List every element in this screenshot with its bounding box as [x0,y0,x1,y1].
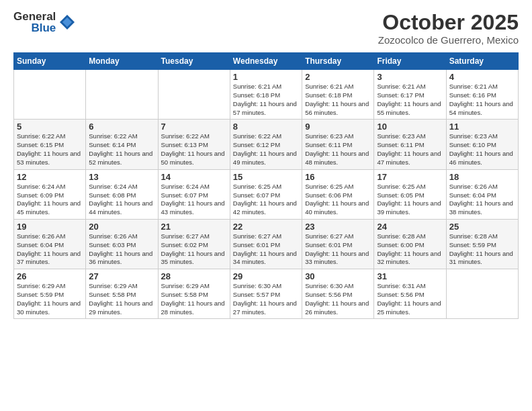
cell-sunset: Sunset: 6:04 PM [449,191,515,200]
col-thursday: Thursday [302,53,374,70]
cell-day-number: 19 [17,222,83,232]
cell-daylight: Daylight: 11 hours and 33 minutes. [305,250,371,267]
cell-sunrise: Sunrise: 6:23 AM [377,132,443,141]
table-row [446,269,518,319]
calendar-week-row: 1 Sunrise: 6:21 AM Sunset: 6:18 PM Dayli… [14,70,519,120]
cell-sunrise: Sunrise: 6:22 AM [161,132,227,141]
table-row: 8 Sunrise: 6:22 AM Sunset: 6:12 PM Dayli… [230,120,302,169]
cell-daylight: Daylight: 11 hours and 37 minutes. [17,250,83,267]
cell-sunset: Sunset: 6:08 PM [89,191,154,200]
table-row: 15 Sunrise: 6:25 AM Sunset: 6:07 PM Dayl… [230,169,302,219]
calendar-header-row: Sunday Monday Tuesday Wednesday Thursday… [14,53,519,70]
calendar-week-row: 26 Sunrise: 6:29 AM Sunset: 5:59 PM Dayl… [14,269,519,319]
cell-day-number: 21 [161,222,227,232]
calendar-week-row: 12 Sunrise: 6:24 AM Sunset: 6:09 PM Dayl… [14,169,519,219]
cell-daylight: Daylight: 11 hours and 39 minutes. [377,199,443,217]
table-row [86,70,158,120]
cell-sunset: Sunset: 5:58 PM [89,291,154,300]
cell-sunrise: Sunrise: 6:21 AM [377,83,443,91]
cell-sunrise: Sunrise: 6:28 AM [377,232,443,241]
col-sunday: Sunday [14,53,86,70]
cell-day-number: 23 [305,222,371,232]
col-friday: Friday [374,53,446,70]
col-saturday: Saturday [446,53,518,70]
cell-daylight: Daylight: 11 hours and 46 minutes. [449,150,515,167]
cell-sunrise: Sunrise: 6:26 AM [17,232,83,241]
cell-sunset: Sunset: 6:18 PM [305,91,371,100]
cell-day-number: 20 [89,222,154,232]
calendar-subtitle: Zozocolco de Guerrero, Mexico [378,34,519,46]
col-tuesday: Tuesday [158,53,230,70]
cell-day-number: 22 [233,222,299,232]
cell-sunset: Sunset: 6:01 PM [233,241,299,250]
cell-sunset: Sunset: 5:57 PM [233,291,299,300]
cell-day-number: 18 [449,172,515,182]
cell-day-number: 4 [449,72,515,82]
col-monday: Monday [86,53,158,70]
cell-sunrise: Sunrise: 6:29 AM [17,282,83,291]
calendar-week-row: 19 Sunrise: 6:26 AM Sunset: 6:04 PM Dayl… [14,219,519,269]
cell-sunset: Sunset: 5:58 PM [161,291,227,300]
cell-sunset: Sunset: 6:09 PM [17,191,83,200]
table-row: 14 Sunrise: 6:24 AM Sunset: 6:07 PM Dayl… [158,169,230,219]
table-row: 3 Sunrise: 6:21 AM Sunset: 6:17 PM Dayli… [374,70,446,120]
table-row: 12 Sunrise: 6:24 AM Sunset: 6:09 PM Dayl… [14,169,86,219]
cell-sunrise: Sunrise: 6:27 AM [233,232,299,241]
table-row: 11 Sunrise: 6:23 AM Sunset: 6:10 PM Dayl… [446,120,518,169]
cell-daylight: Daylight: 11 hours and 57 minutes. [233,100,299,118]
cell-daylight: Daylight: 11 hours and 29 minutes. [89,300,154,317]
table-row: 19 Sunrise: 6:26 AM Sunset: 6:04 PM Dayl… [14,219,86,269]
cell-sunrise: Sunrise: 6:26 AM [89,232,154,241]
table-row: 7 Sunrise: 6:22 AM Sunset: 6:13 PM Dayli… [158,120,230,169]
logo-general: General [13,11,56,22]
cell-sunset: Sunset: 6:13 PM [161,141,227,150]
logo-blue: Blue [31,22,56,34]
cell-day-number: 24 [377,222,443,232]
cell-sunset: Sunset: 6:11 PM [305,141,371,150]
table-row: 2 Sunrise: 6:21 AM Sunset: 6:18 PM Dayli… [302,70,374,120]
cell-sunset: Sunset: 6:07 PM [233,191,299,200]
cell-day-number: 16 [305,172,371,182]
cell-sunset: Sunset: 6:15 PM [17,141,83,150]
cell-sunset: Sunset: 5:56 PM [305,291,371,300]
cell-sunset: Sunset: 6:14 PM [89,141,154,150]
cell-day-number: 14 [161,172,227,182]
title-block: October 2025 Zozocolco de Guerrero, Mexi… [378,11,519,46]
cell-day-number: 11 [449,122,515,132]
cell-sunrise: Sunrise: 6:25 AM [305,183,371,191]
cell-day-number: 31 [377,271,443,281]
table-row [14,70,86,120]
table-row: 17 Sunrise: 6:25 AM Sunset: 6:05 PM Dayl… [374,169,446,219]
table-row: 18 Sunrise: 6:26 AM Sunset: 6:04 PM Dayl… [446,169,518,219]
cell-day-number: 10 [377,122,443,132]
calendar-week-row: 5 Sunrise: 6:22 AM Sunset: 6:15 PM Dayli… [14,120,519,169]
table-row: 26 Sunrise: 6:29 AM Sunset: 5:59 PM Dayl… [14,269,86,319]
cell-sunrise: Sunrise: 6:27 AM [305,232,371,241]
cell-daylight: Daylight: 11 hours and 27 minutes. [233,300,299,317]
cell-sunset: Sunset: 6:07 PM [161,191,227,200]
cell-daylight: Daylight: 11 hours and 26 minutes. [305,300,371,317]
cell-daylight: Daylight: 11 hours and 55 minutes. [377,100,443,118]
cell-sunset: Sunset: 6:17 PM [377,91,443,100]
cell-daylight: Daylight: 11 hours and 28 minutes. [161,300,227,317]
cell-sunrise: Sunrise: 6:21 AM [233,83,299,91]
cell-day-number: 2 [305,72,371,82]
cell-sunrise: Sunrise: 6:29 AM [89,282,154,291]
cell-sunrise: Sunrise: 6:30 AM [305,282,371,291]
cell-daylight: Daylight: 11 hours and 49 minutes. [233,150,299,167]
cell-sunrise: Sunrise: 6:25 AM [233,183,299,191]
cell-sunset: Sunset: 5:59 PM [17,291,83,300]
col-wednesday: Wednesday [230,53,302,70]
cell-sunrise: Sunrise: 6:24 AM [161,183,227,191]
cell-daylight: Daylight: 11 hours and 35 minutes. [161,250,227,267]
cell-day-number: 26 [17,271,83,281]
cell-sunrise: Sunrise: 6:21 AM [449,83,515,91]
cell-daylight: Daylight: 11 hours and 54 minutes. [449,100,515,118]
table-row: 22 Sunrise: 6:27 AM Sunset: 6:01 PM Dayl… [230,219,302,269]
table-row: 29 Sunrise: 6:30 AM Sunset: 5:57 PM Dayl… [230,269,302,319]
table-row: 28 Sunrise: 6:29 AM Sunset: 5:58 PM Dayl… [158,269,230,319]
cell-daylight: Daylight: 11 hours and 34 minutes. [233,250,299,267]
table-row: 27 Sunrise: 6:29 AM Sunset: 5:58 PM Dayl… [86,269,158,319]
calendar-title: October 2025 [378,11,519,34]
cell-daylight: Daylight: 11 hours and 53 minutes. [17,150,83,167]
